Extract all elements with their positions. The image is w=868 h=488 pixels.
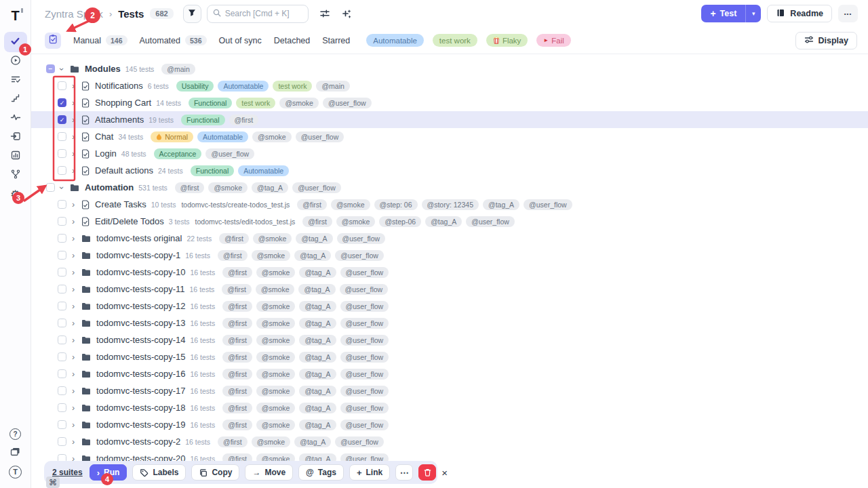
row-chevron-icon[interactable]: › [70, 319, 77, 328]
row-checkbox[interactable] [58, 302, 66, 310]
tree-row-todomvc-tests-copy-10[interactable]: ›todomvc-tests-copy-1016 tests@first@smo… [31, 264, 868, 281]
tag-chip-first[interactable]: @first [222, 369, 252, 380]
tree-row-chat[interactable]: ›Chat34 testsNormalAutomatable@smoke@use… [31, 128, 868, 145]
row-chevron-icon[interactable]: › [70, 98, 77, 108]
row-name[interactable]: Attachments [95, 115, 144, 125]
row-name[interactable]: todomvc-tests-copy-11 [96, 284, 185, 294]
row-chevron-icon[interactable]: › [70, 352, 77, 362]
row-checkbox[interactable] [58, 251, 66, 260]
tree-row-automation[interactable]: ›Automation531 tests@first@smoke@tag_A@u… [31, 179, 868, 196]
row-chevron-icon[interactable]: › [70, 268, 77, 277]
sidebar-item-reports[interactable] [4, 147, 27, 166]
row-name[interactable]: Default actions [95, 165, 153, 176]
row-name[interactable]: Shopping Cart [95, 98, 151, 108]
tag-chip-tag-a[interactable]: @tag_A [299, 301, 336, 312]
row-name[interactable]: todomvc-tests-copy-12 [96, 301, 186, 311]
tag-chip-smoke[interactable]: @smoke [256, 284, 295, 295]
tag-chip-first[interactable]: @first [222, 301, 252, 312]
row-checkbox[interactable] [58, 437, 66, 446]
tag-chip-smoke[interactable]: @smoke [331, 199, 370, 210]
search-box[interactable] [207, 5, 309, 23]
row-checkbox[interactable] [58, 369, 66, 378]
tag-chip-first[interactable]: @first [222, 284, 252, 295]
tag-chip-user-flow[interactable]: @user_flow [340, 301, 389, 312]
filter-toggle-automated[interactable]: Automated536 [140, 35, 207, 45]
tag-chip-tag-a[interactable]: @tag_A [299, 352, 336, 363]
tag-chip-first[interactable]: @first [222, 318, 252, 329]
tag-chip-first[interactable]: @first [302, 216, 332, 227]
row-name[interactable]: Create Tasks [95, 199, 146, 209]
tag-chip-user-flow[interactable]: @user_flow [296, 131, 344, 142]
sidebar-item-profile[interactable]: T [4, 462, 27, 481]
row-chevron-icon[interactable]: › [70, 336, 77, 345]
tag-chip-test-work[interactable]: test work [236, 98, 275, 108]
row-name[interactable]: todomvc-tests-copy-18 [96, 403, 186, 413]
tag-chip-automatable[interactable]: Automatable [238, 165, 289, 176]
footer-button-copy[interactable]: Copy [191, 464, 239, 481]
tag-chip-user-flow[interactable]: @user_flow [340, 352, 389, 363]
tag-chip-first[interactable]: @first [222, 267, 252, 278]
sidebar-item-tests[interactable] [4, 32, 27, 52]
tag-chip-main[interactable]: @main [316, 81, 349, 92]
display-button[interactable]: Display [795, 32, 857, 49]
filter-chip-flaky[interactable]: Flaky [486, 34, 528, 47]
row-checkbox[interactable] [58, 420, 66, 429]
tag-chip-smoke[interactable]: @smoke [256, 403, 296, 413]
tag-chip-user-flow[interactable]: @user_flow [340, 369, 389, 380]
row-chevron-icon[interactable]: › [70, 285, 77, 294]
row-chevron-icon[interactable]: › [70, 115, 77, 125]
row-checkbox[interactable] [58, 166, 66, 175]
row-checkbox[interactable] [58, 285, 66, 293]
sidebar-item-runs[interactable] [4, 52, 27, 71]
tree-row-create-tasks[interactable]: ›Create Tasks10 teststodomvc-tests/creat… [31, 196, 868, 213]
row-name[interactable]: Automation [85, 182, 134, 192]
tag-chip-user-flow[interactable]: @user_flow [292, 182, 341, 193]
tag-chip-tag-a[interactable]: @tag_A [425, 216, 462, 227]
footer-button-tags[interactable]: @Tags [298, 464, 344, 481]
tag-chip-tag-a[interactable]: @tag_A [298, 284, 335, 295]
tag-chip-usability[interactable]: Usability [176, 81, 214, 92]
row-chevron-icon[interactable]: › [70, 403, 77, 413]
row-chevron-icon[interactable]: › [70, 200, 77, 209]
tag-chip-tag-a[interactable]: @tag_A [299, 386, 336, 396]
row-name[interactable]: Login [95, 148, 117, 159]
row-name[interactable]: todomvc-tests-copy-13 [96, 318, 186, 328]
tag-chip-tag-a[interactable]: @tag_A [294, 250, 331, 261]
row-checkbox[interactable] [58, 200, 66, 209]
tag-chip-story-12345[interactable]: @story: 12345 [422, 199, 479, 210]
tag-chip-first[interactable]: @first [222, 352, 252, 363]
new-test-split-button[interactable]: +Test ▾ [701, 5, 761, 22]
filter-toggle-manual[interactable]: Manual146 [73, 35, 127, 45]
row-chevron-icon[interactable]: › [70, 132, 77, 142]
row-checkbox[interactable] [58, 352, 66, 361]
tag-chip-user-flow[interactable]: @user_flow [340, 318, 389, 329]
row-chevron-icon[interactable]: › [70, 437, 77, 447]
tree-row-modules[interactable]: −›Modules145 tests@main [31, 60, 868, 77]
sidebar-item-help[interactable]: ? [4, 424, 27, 443]
tag-chip-user-flow[interactable]: @user_flow [340, 386, 389, 396]
test-dropdown-toggle[interactable]: ▾ [745, 5, 761, 22]
sidebar-item-analytics[interactable] [4, 109, 27, 128]
breadcrumb-section[interactable]: Tests [118, 8, 144, 20]
tag-chip-user-flow[interactable]: @user_flow [524, 199, 572, 210]
tag-chip-smoke[interactable]: @smoke [256, 335, 296, 346]
row-checkbox[interactable]: − [46, 64, 55, 73]
tag-chip-user-flow[interactable]: @user_flow [323, 98, 372, 108]
tag-chip-user-flow[interactable]: @user_flow [340, 284, 389, 295]
tag-chip-tag-a[interactable]: @tag_A [294, 436, 331, 447]
tree-row-todomvc-tests-copy-19[interactable]: ›todomvc-tests-copy-1916 tests@first@smo… [31, 416, 868, 433]
footer-button-delete[interactable] [418, 464, 436, 481]
row-chevron-icon[interactable]: › [70, 386, 77, 396]
row-chevron-icon[interactable]: › [57, 184, 66, 191]
tag-chip-first[interactable]: @first [229, 115, 259, 125]
tag-chip-user-flow[interactable]: @user_flow [337, 233, 386, 244]
row-checkbox[interactable] [58, 81, 66, 90]
tag-chip-smoke[interactable]: @smoke [256, 386, 296, 396]
tree-row-todomvc-tests-copy-18[interactable]: ›todomvc-tests-copy-1816 tests@first@smo… [31, 399, 868, 416]
tag-chip-main[interactable]: @main [161, 64, 195, 75]
tag-chip-tag-a[interactable]: @tag_A [252, 182, 288, 193]
row-chevron-icon[interactable]: › [70, 217, 77, 226]
tag-chip-user-flow[interactable]: @user_flow [205, 148, 254, 159]
row-chevron-icon[interactable]: › [70, 81, 77, 91]
tree-row-default-actions[interactable]: ›Default actions24 testsFunctionalAutoma… [31, 162, 868, 179]
